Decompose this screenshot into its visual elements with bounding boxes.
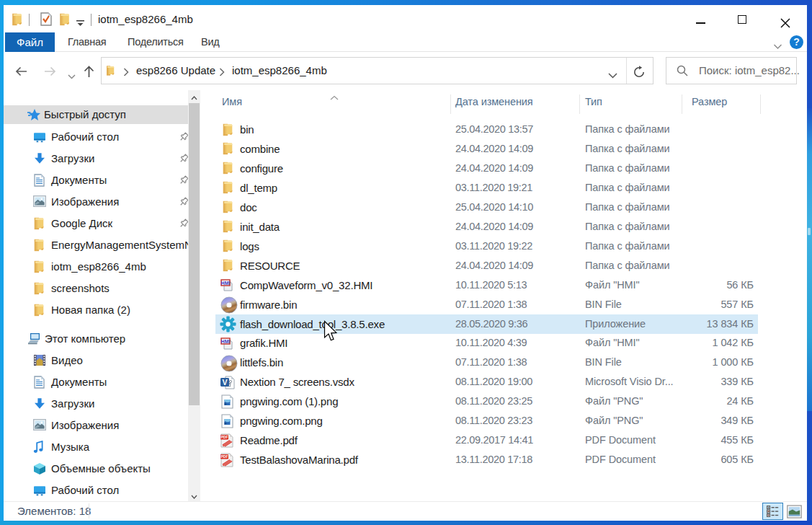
svg-text:HMI: HMI [221,339,231,344]
svg-text:PDF: PDF [221,454,228,459]
svg-text:HMI: HMI [221,281,231,286]
svg-text:V: V [222,378,227,387]
svg-text:PDF: PDF [221,435,228,439]
